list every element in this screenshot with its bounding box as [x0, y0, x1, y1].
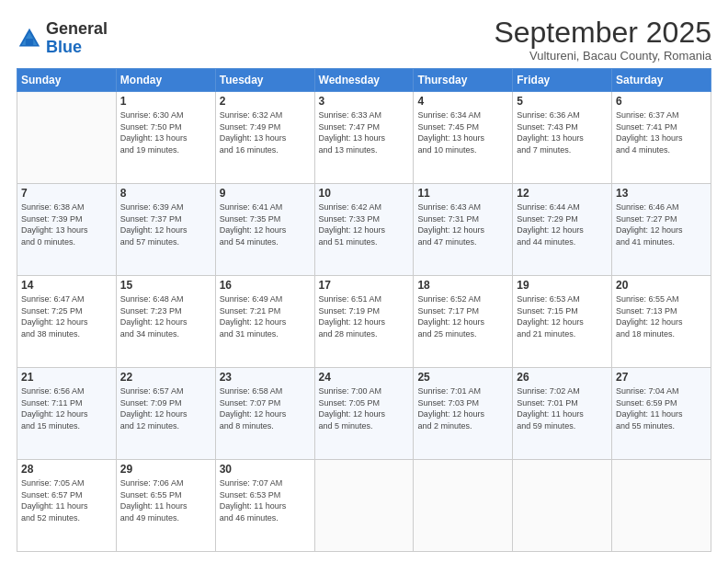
table-row	[513, 460, 612, 552]
calendar-week-row: 21Sunrise: 6:56 AM Sunset: 7:11 PM Dayli…	[17, 368, 711, 460]
table-row: 4Sunrise: 6:34 AM Sunset: 7:45 PM Daylig…	[414, 92, 513, 184]
table-row: 21Sunrise: 6:56 AM Sunset: 7:11 PM Dayli…	[17, 368, 117, 460]
day-number: 13	[616, 187, 707, 200]
col-thursday: Thursday	[414, 69, 513, 92]
table-row: 22Sunrise: 6:57 AM Sunset: 7:09 PM Dayli…	[116, 368, 215, 460]
day-info: Sunrise: 6:48 AM Sunset: 7:23 PM Dayligh…	[120, 293, 211, 339]
col-monday: Monday	[116, 69, 215, 92]
month-title: September 2025	[494, 17, 711, 49]
table-row: 8Sunrise: 6:39 AM Sunset: 7:37 PM Daylig…	[116, 184, 215, 276]
location-subtitle: Vultureni, Bacau County, Romania	[494, 49, 711, 63]
day-number: 12	[517, 187, 608, 200]
calendar: Sunday Monday Tuesday Wednesday Thursday…	[17, 68, 711, 552]
day-info: Sunrise: 6:44 AM Sunset: 7:29 PM Dayligh…	[517, 201, 608, 247]
table-row: 17Sunrise: 6:51 AM Sunset: 7:19 PM Dayli…	[314, 276, 414, 368]
day-info: Sunrise: 7:02 AM Sunset: 7:01 PM Dayligh…	[517, 385, 608, 431]
table-row: 13Sunrise: 6:46 AM Sunset: 7:27 PM Dayli…	[612, 184, 711, 276]
day-number: 22	[120, 371, 211, 384]
table-row: 14Sunrise: 6:47 AM Sunset: 7:25 PM Dayli…	[17, 276, 117, 368]
day-info: Sunrise: 7:00 AM Sunset: 7:05 PM Dayligh…	[319, 385, 410, 431]
table-row: 11Sunrise: 6:43 AM Sunset: 7:31 PM Dayli…	[414, 184, 513, 276]
col-tuesday: Tuesday	[215, 69, 314, 92]
day-info: Sunrise: 6:55 AM Sunset: 7:13 PM Dayligh…	[616, 293, 707, 339]
day-number: 8	[120, 187, 211, 200]
table-row: 5Sunrise: 6:36 AM Sunset: 7:43 PM Daylig…	[513, 92, 612, 184]
day-number: 14	[21, 279, 112, 292]
day-info: Sunrise: 6:42 AM Sunset: 7:33 PM Dayligh…	[319, 201, 410, 247]
table-row: 15Sunrise: 6:48 AM Sunset: 7:23 PM Dayli…	[116, 276, 215, 368]
day-number: 15	[120, 279, 211, 292]
day-number: 20	[616, 279, 707, 292]
day-info: Sunrise: 6:47 AM Sunset: 7:25 PM Dayligh…	[21, 293, 112, 339]
table-row: 26Sunrise: 7:02 AM Sunset: 7:01 PM Dayli…	[513, 368, 612, 460]
table-row: 16Sunrise: 6:49 AM Sunset: 7:21 PM Dayli…	[215, 276, 314, 368]
day-number: 9	[220, 187, 311, 200]
day-info: Sunrise: 6:41 AM Sunset: 7:35 PM Dayligh…	[220, 201, 311, 247]
col-sunday: Sunday	[17, 69, 117, 92]
table-row: 6Sunrise: 6:37 AM Sunset: 7:41 PM Daylig…	[612, 92, 711, 184]
day-info: Sunrise: 6:39 AM Sunset: 7:37 PM Dayligh…	[120, 201, 211, 247]
table-row: 3Sunrise: 6:33 AM Sunset: 7:47 PM Daylig…	[314, 92, 414, 184]
table-row: 10Sunrise: 6:42 AM Sunset: 7:33 PM Dayli…	[314, 184, 414, 276]
day-number: 24	[319, 371, 410, 384]
day-info: Sunrise: 6:56 AM Sunset: 7:11 PM Dayligh…	[21, 385, 112, 431]
logo-general: General	[46, 20, 108, 39]
logo-text: General Blue	[46, 20, 108, 57]
day-number: 1	[120, 95, 211, 108]
table-row: 25Sunrise: 7:01 AM Sunset: 7:03 PM Dayli…	[414, 368, 513, 460]
day-info: Sunrise: 6:33 AM Sunset: 7:47 PM Dayligh…	[319, 109, 410, 155]
day-info: Sunrise: 6:49 AM Sunset: 7:21 PM Dayligh…	[220, 293, 311, 339]
header: General Blue September 2025 Vultureni, B…	[17, 17, 711, 63]
day-number: 19	[517, 279, 608, 292]
day-number: 28	[21, 463, 112, 476]
day-info: Sunrise: 6:38 AM Sunset: 7:39 PM Dayligh…	[21, 201, 112, 247]
day-info: Sunrise: 6:46 AM Sunset: 7:27 PM Dayligh…	[616, 201, 707, 247]
day-number: 18	[417, 279, 508, 292]
table-row: 24Sunrise: 7:00 AM Sunset: 7:05 PM Dayli…	[314, 368, 414, 460]
day-info: Sunrise: 6:32 AM Sunset: 7:49 PM Dayligh…	[220, 109, 311, 155]
table-row: 9Sunrise: 6:41 AM Sunset: 7:35 PM Daylig…	[215, 184, 314, 276]
calendar-week-row: 14Sunrise: 6:47 AM Sunset: 7:25 PM Dayli…	[17, 276, 711, 368]
day-number: 25	[417, 371, 508, 384]
day-info: Sunrise: 6:57 AM Sunset: 7:09 PM Dayligh…	[120, 385, 211, 431]
day-info: Sunrise: 6:52 AM Sunset: 7:17 PM Dayligh…	[417, 293, 508, 339]
table-row	[314, 460, 414, 552]
day-info: Sunrise: 7:01 AM Sunset: 7:03 PM Dayligh…	[417, 385, 508, 431]
col-wednesday: Wednesday	[314, 69, 414, 92]
svg-rect-2	[26, 39, 33, 45]
day-number: 3	[319, 95, 410, 108]
day-info: Sunrise: 6:58 AM Sunset: 7:07 PM Dayligh…	[220, 385, 311, 431]
table-row	[612, 460, 711, 552]
table-row	[17, 92, 117, 184]
logo-icon	[17, 26, 42, 52]
calendar-header-row: Sunday Monday Tuesday Wednesday Thursday…	[17, 69, 711, 92]
day-info: Sunrise: 7:04 AM Sunset: 6:59 PM Dayligh…	[616, 385, 707, 431]
day-number: 5	[517, 95, 608, 108]
day-number: 11	[417, 187, 508, 200]
logo: General Blue	[17, 20, 108, 57]
table-row: 28Sunrise: 7:05 AM Sunset: 6:57 PM Dayli…	[17, 460, 117, 552]
day-number: 23	[220, 371, 311, 384]
day-number: 2	[220, 95, 311, 108]
title-block: September 2025 Vultureni, Bacau County, …	[494, 17, 711, 63]
calendar-week-row: 1Sunrise: 6:30 AM Sunset: 7:50 PM Daylig…	[17, 92, 711, 184]
table-row: 2Sunrise: 6:32 AM Sunset: 7:49 PM Daylig…	[215, 92, 314, 184]
day-number: 7	[21, 187, 112, 200]
logo-blue: Blue	[46, 39, 108, 57]
table-row: 29Sunrise: 7:06 AM Sunset: 6:55 PM Dayli…	[116, 460, 215, 552]
day-number: 27	[616, 371, 707, 384]
day-number: 4	[417, 95, 508, 108]
table-row: 18Sunrise: 6:52 AM Sunset: 7:17 PM Dayli…	[414, 276, 513, 368]
table-row: 20Sunrise: 6:55 AM Sunset: 7:13 PM Dayli…	[612, 276, 711, 368]
day-number: 6	[616, 95, 707, 108]
day-info: Sunrise: 6:51 AM Sunset: 7:19 PM Dayligh…	[319, 293, 410, 339]
day-info: Sunrise: 6:36 AM Sunset: 7:43 PM Dayligh…	[517, 109, 608, 155]
table-row: 7Sunrise: 6:38 AM Sunset: 7:39 PM Daylig…	[17, 184, 117, 276]
day-number: 21	[21, 371, 112, 384]
day-info: Sunrise: 6:34 AM Sunset: 7:45 PM Dayligh…	[417, 109, 508, 155]
page: General Blue September 2025 Vultureni, B…	[0, 0, 728, 563]
table-row: 12Sunrise: 6:44 AM Sunset: 7:29 PM Dayli…	[513, 184, 612, 276]
col-friday: Friday	[513, 69, 612, 92]
calendar-week-row: 7Sunrise: 6:38 AM Sunset: 7:39 PM Daylig…	[17, 184, 711, 276]
table-row: 27Sunrise: 7:04 AM Sunset: 6:59 PM Dayli…	[612, 368, 711, 460]
